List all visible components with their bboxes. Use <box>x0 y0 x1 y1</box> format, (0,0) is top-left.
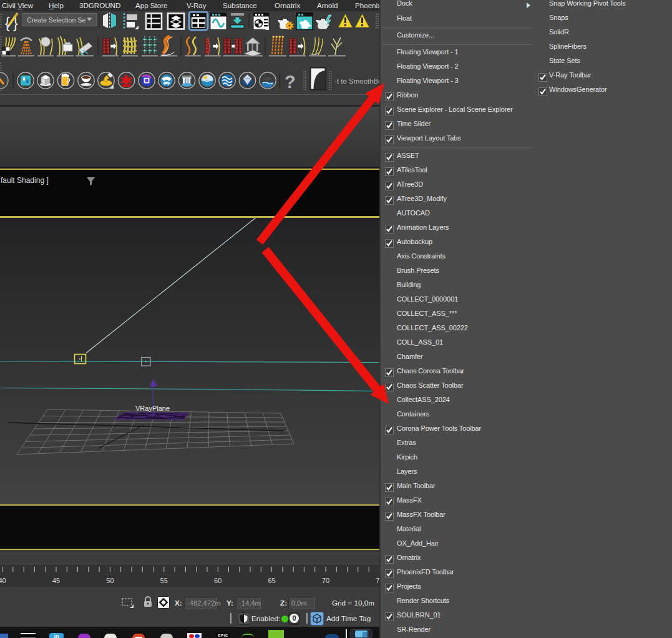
svg-text:70: 70 <box>322 577 329 584</box>
svg-text:45: 45 <box>52 577 60 584</box>
svg-text:65: 65 <box>268 577 275 584</box>
svg-text:Create Selection Se: Create Selection Se <box>27 16 85 24</box>
svg-text:50: 50 <box>106 577 114 584</box>
svg-text:55: 55 <box>160 577 168 584</box>
svg-text:VRayPlane: VRayPlane <box>135 405 170 412</box>
svg-text:?: ? <box>285 72 296 92</box>
svg-text:40: 40 <box>0 577 6 584</box>
svg-text:60: 60 <box>214 577 222 584</box>
svg-text:·t to SmoothBu: ·t to SmoothBu <box>334 77 379 85</box>
